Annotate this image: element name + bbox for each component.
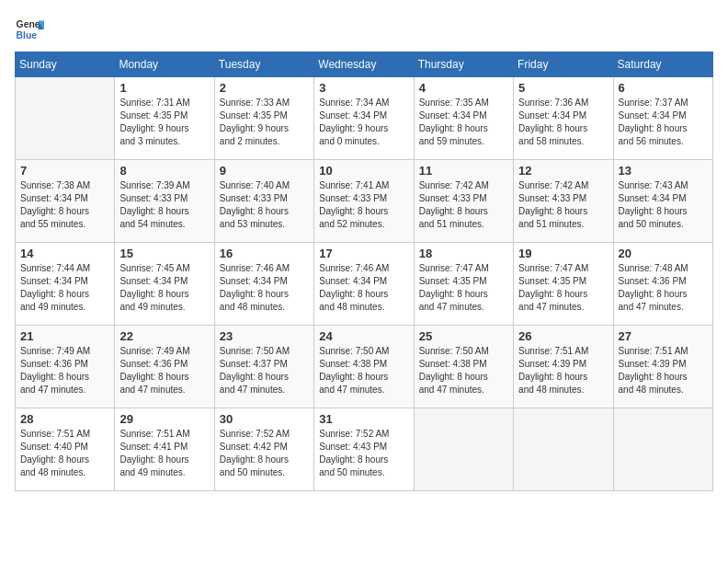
- day-number: 24: [319, 329, 408, 343]
- svg-text:Blue: Blue: [17, 30, 38, 40]
- calendar-week-row: 1Sunrise: 7:31 AMSunset: 4:35 PMDaylight…: [16, 77, 713, 160]
- cell-info: Sunrise: 7:39 AMSunset: 4:33 PMDaylight:…: [119, 179, 209, 231]
- cell-info: Sunrise: 7:51 AMSunset: 4:41 PMDaylight:…: [119, 428, 209, 479]
- logo-icon: General Blue: [15, 15, 44, 44]
- cell-info: Sunrise: 7:47 AMSunset: 4:35 PMDaylight:…: [419, 262, 508, 314]
- page-header: General Blue: [15, 15, 713, 44]
- cell-info: Sunrise: 7:48 AMSunset: 4:36 PMDaylight:…: [619, 262, 708, 314]
- logo: General Blue: [15, 15, 44, 44]
- day-number: 6: [619, 81, 708, 95]
- calendar-header-row: SundayMondayTuesdayWednesdayThursdayFrid…: [16, 52, 713, 77]
- calendar-header-tuesday: Tuesday: [214, 52, 313, 77]
- calendar-cell: 13Sunrise: 7:43 AMSunset: 4:34 PMDayligh…: [613, 160, 712, 243]
- day-number: 25: [419, 329, 508, 343]
- cell-info: Sunrise: 7:51 AMSunset: 4:39 PMDaylight:…: [619, 345, 708, 396]
- calendar-week-row: 21Sunrise: 7:49 AMSunset: 4:36 PMDayligh…: [16, 326, 713, 408]
- calendar-cell: [514, 408, 613, 491]
- calendar-cell: 26Sunrise: 7:51 AMSunset: 4:39 PMDayligh…: [514, 326, 613, 408]
- cell-info: Sunrise: 7:47 AMSunset: 4:35 PMDaylight:…: [518, 262, 608, 314]
- day-number: 4: [419, 81, 508, 95]
- calendar-cell: 7Sunrise: 7:38 AMSunset: 4:34 PMDaylight…: [16, 160, 115, 243]
- calendar-cell: 4Sunrise: 7:35 AMSunset: 4:34 PMDaylight…: [414, 77, 513, 160]
- day-number: 29: [119, 412, 209, 426]
- calendar-week-row: 28Sunrise: 7:51 AMSunset: 4:40 PMDayligh…: [16, 408, 713, 491]
- calendar-cell: 28Sunrise: 7:51 AMSunset: 4:40 PMDayligh…: [16, 408, 115, 491]
- day-number: 1: [119, 81, 209, 95]
- day-number: 23: [220, 329, 309, 343]
- calendar-table: SundayMondayTuesdayWednesdayThursdayFrid…: [15, 52, 713, 491]
- cell-info: Sunrise: 7:51 AMSunset: 4:40 PMDaylight:…: [20, 428, 109, 479]
- calendar-week-row: 14Sunrise: 7:44 AMSunset: 4:34 PMDayligh…: [16, 243, 713, 326]
- calendar-cell: 16Sunrise: 7:46 AMSunset: 4:34 PMDayligh…: [214, 243, 313, 326]
- cell-info: Sunrise: 7:49 AMSunset: 4:36 PMDaylight:…: [20, 345, 109, 396]
- cell-info: Sunrise: 7:51 AMSunset: 4:39 PMDaylight:…: [518, 345, 608, 396]
- day-number: 10: [319, 164, 408, 178]
- day-number: 22: [119, 329, 209, 343]
- calendar-cell: 2Sunrise: 7:33 AMSunset: 4:35 PMDaylight…: [214, 77, 313, 160]
- cell-info: Sunrise: 7:45 AMSunset: 4:34 PMDaylight:…: [119, 262, 209, 314]
- calendar-cell: 30Sunrise: 7:52 AMSunset: 4:42 PMDayligh…: [214, 408, 313, 491]
- day-number: 12: [518, 164, 608, 178]
- cell-info: Sunrise: 7:31 AMSunset: 4:35 PMDaylight:…: [119, 97, 209, 148]
- cell-info: Sunrise: 7:34 AMSunset: 4:34 PMDaylight:…: [319, 97, 408, 148]
- day-number: 20: [619, 247, 708, 260]
- cell-info: Sunrise: 7:44 AMSunset: 4:34 PMDaylight:…: [20, 262, 109, 314]
- calendar-header-thursday: Thursday: [414, 52, 513, 77]
- day-number: 13: [619, 164, 708, 178]
- calendar-cell: 22Sunrise: 7:49 AMSunset: 4:36 PMDayligh…: [115, 326, 214, 408]
- day-number: 19: [518, 247, 608, 260]
- calendar-header-monday: Monday: [115, 52, 214, 77]
- cell-info: Sunrise: 7:50 AMSunset: 4:38 PMDaylight:…: [419, 345, 508, 396]
- cell-info: Sunrise: 7:40 AMSunset: 4:33 PMDaylight:…: [220, 179, 309, 231]
- calendar-cell: 23Sunrise: 7:50 AMSunset: 4:37 PMDayligh…: [214, 326, 313, 408]
- calendar-cell: 12Sunrise: 7:42 AMSunset: 4:33 PMDayligh…: [514, 160, 613, 243]
- cell-info: Sunrise: 7:41 AMSunset: 4:33 PMDaylight:…: [319, 179, 408, 231]
- cell-info: Sunrise: 7:50 AMSunset: 4:37 PMDaylight:…: [220, 345, 309, 396]
- calendar-cell: 9Sunrise: 7:40 AMSunset: 4:33 PMDaylight…: [214, 160, 313, 243]
- calendar-cell: 11Sunrise: 7:42 AMSunset: 4:33 PMDayligh…: [414, 160, 513, 243]
- day-number: 21: [20, 329, 109, 343]
- cell-info: Sunrise: 7:43 AMSunset: 4:34 PMDaylight:…: [619, 179, 708, 231]
- cell-info: Sunrise: 7:42 AMSunset: 4:33 PMDaylight:…: [518, 179, 608, 231]
- day-number: 15: [119, 247, 209, 260]
- calendar-cell: 21Sunrise: 7:49 AMSunset: 4:36 PMDayligh…: [16, 326, 115, 408]
- cell-info: Sunrise: 7:46 AMSunset: 4:34 PMDaylight:…: [220, 262, 309, 314]
- calendar-cell: [414, 408, 513, 491]
- calendar-header-saturday: Saturday: [613, 52, 712, 77]
- day-number: 27: [619, 329, 708, 343]
- calendar-cell: 14Sunrise: 7:44 AMSunset: 4:34 PMDayligh…: [16, 243, 115, 326]
- calendar-cell: 3Sunrise: 7:34 AMSunset: 4:34 PMDaylight…: [314, 77, 414, 160]
- calendar-cell: 8Sunrise: 7:39 AMSunset: 4:33 PMDaylight…: [115, 160, 214, 243]
- day-number: 18: [419, 247, 508, 260]
- cell-info: Sunrise: 7:52 AMSunset: 4:43 PMDaylight:…: [319, 428, 408, 479]
- calendar-cell: 15Sunrise: 7:45 AMSunset: 4:34 PMDayligh…: [115, 243, 214, 326]
- calendar-cell: 19Sunrise: 7:47 AMSunset: 4:35 PMDayligh…: [514, 243, 613, 326]
- day-number: 30: [220, 412, 309, 426]
- calendar-cell: 24Sunrise: 7:50 AMSunset: 4:38 PMDayligh…: [314, 326, 414, 408]
- calendar-cell: 27Sunrise: 7:51 AMSunset: 4:39 PMDayligh…: [613, 326, 712, 408]
- cell-info: Sunrise: 7:49 AMSunset: 4:36 PMDaylight:…: [119, 345, 209, 396]
- day-number: 16: [220, 247, 309, 260]
- day-number: 11: [419, 164, 508, 178]
- calendar-cell: [16, 77, 115, 160]
- day-number: 3: [319, 81, 408, 95]
- day-number: 8: [119, 164, 209, 178]
- calendar-cell: 18Sunrise: 7:47 AMSunset: 4:35 PMDayligh…: [414, 243, 513, 326]
- cell-info: Sunrise: 7:33 AMSunset: 4:35 PMDaylight:…: [220, 97, 309, 148]
- day-number: 5: [518, 81, 608, 95]
- calendar-cell: 29Sunrise: 7:51 AMSunset: 4:41 PMDayligh…: [115, 408, 214, 491]
- calendar-cell: 20Sunrise: 7:48 AMSunset: 4:36 PMDayligh…: [613, 243, 712, 326]
- calendar-cell: 6Sunrise: 7:37 AMSunset: 4:34 PMDaylight…: [613, 77, 712, 160]
- cell-info: Sunrise: 7:46 AMSunset: 4:34 PMDaylight:…: [319, 262, 408, 314]
- cell-info: Sunrise: 7:35 AMSunset: 4:34 PMDaylight:…: [419, 97, 508, 148]
- day-number: 14: [20, 247, 109, 260]
- cell-info: Sunrise: 7:36 AMSunset: 4:34 PMDaylight:…: [518, 97, 608, 148]
- day-number: 31: [319, 412, 408, 426]
- calendar-cell: 10Sunrise: 7:41 AMSunset: 4:33 PMDayligh…: [314, 160, 414, 243]
- day-number: 26: [518, 329, 608, 343]
- day-number: 2: [220, 81, 309, 95]
- calendar-header-wednesday: Wednesday: [314, 52, 414, 77]
- cell-info: Sunrise: 7:37 AMSunset: 4:34 PMDaylight:…: [619, 97, 708, 148]
- calendar-cell: 1Sunrise: 7:31 AMSunset: 4:35 PMDaylight…: [115, 77, 214, 160]
- cell-info: Sunrise: 7:42 AMSunset: 4:33 PMDaylight:…: [419, 179, 508, 231]
